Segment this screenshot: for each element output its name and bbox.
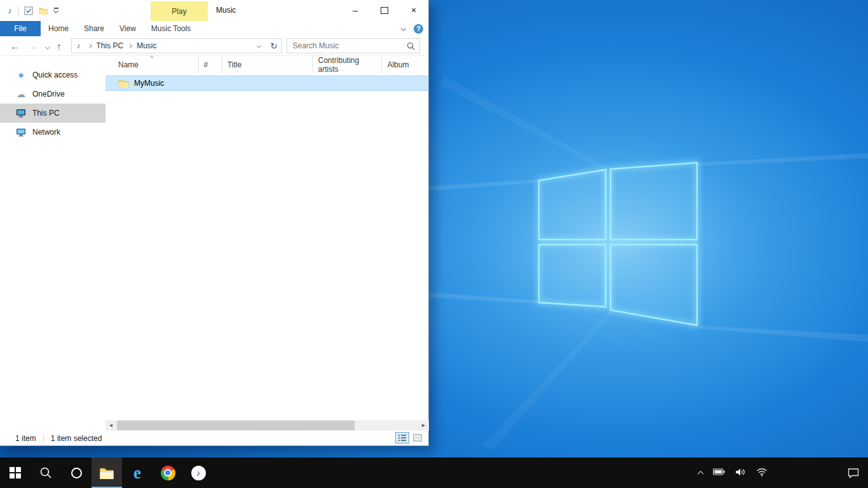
search-icon bbox=[407, 42, 415, 50]
desktop: ♪ Play Music – × File bbox=[0, 0, 868, 488]
computer-icon bbox=[15, 109, 27, 118]
column-headers: ^ Name # Title Contributing artists Albu… bbox=[105, 56, 428, 74]
close-button[interactable]: × bbox=[399, 0, 428, 20]
search-icon bbox=[39, 466, 52, 479]
battery-icon[interactable] bbox=[713, 468, 725, 477]
column-header-contributing-artists[interactable]: Contributing artists bbox=[313, 56, 382, 74]
column-header-number[interactable]: # bbox=[199, 56, 222, 74]
cortana-button[interactable] bbox=[61, 458, 92, 488]
breadcrumb-chevron-icon[interactable] bbox=[87, 43, 92, 48]
cortana-icon bbox=[71, 468, 82, 478]
file-explorer-icon bbox=[99, 466, 114, 479]
scrollbar-track[interactable] bbox=[116, 420, 418, 431]
scroll-right-arrow[interactable]: ► bbox=[418, 420, 429, 431]
sidebar-item-this-pc[interactable]: This PC bbox=[0, 104, 105, 123]
cloud-icon: ☁ bbox=[15, 89, 27, 99]
column-label: # bbox=[204, 60, 208, 69]
windows-logo-icon bbox=[10, 467, 21, 478]
action-center-button[interactable] bbox=[839, 458, 868, 488]
up-button[interactable]: ↑ bbox=[57, 41, 62, 51]
horizontal-scrollbar[interactable]: ◄ ► bbox=[105, 420, 429, 431]
sidebar-item-label: OneDrive bbox=[32, 90, 65, 98]
maximize-icon bbox=[381, 7, 388, 14]
sidebar-item-label: This PC bbox=[32, 109, 60, 118]
tab-share[interactable]: Share bbox=[76, 21, 112, 36]
minimize-button[interactable]: – bbox=[341, 0, 370, 20]
search-input[interactable] bbox=[292, 41, 407, 51]
large-icons-view-button[interactable] bbox=[410, 432, 424, 444]
taskbar-search-button[interactable] bbox=[31, 458, 61, 488]
large-icons-view-icon bbox=[413, 434, 422, 442]
taskbar: e ♪ bbox=[0, 458, 868, 488]
start-button[interactable] bbox=[0, 458, 31, 488]
search-box bbox=[287, 38, 420, 53]
customize-quick-access-chevron-icon[interactable] bbox=[54, 8, 58, 13]
sidebar-item-quick-access[interactable]: ★ Quick access bbox=[0, 65, 105, 85]
column-header-name[interactable]: ^ Name bbox=[105, 56, 199, 74]
breadcrumb-music[interactable]: Music bbox=[135, 41, 158, 50]
tab-music-tools[interactable]: Music Tools bbox=[144, 21, 198, 36]
column-header-album[interactable]: Album bbox=[382, 56, 428, 74]
clock-area bbox=[768, 458, 839, 488]
chrome-icon bbox=[161, 466, 175, 480]
volume-icon[interactable] bbox=[735, 468, 746, 478]
column-label: Contributing artists bbox=[318, 56, 376, 74]
recent-locations-chevron-icon[interactable] bbox=[46, 41, 50, 51]
address-bar[interactable]: ♪ This PC Music ↻ bbox=[71, 38, 282, 53]
status-bar: 1 item 1 item selected bbox=[0, 431, 428, 445]
breadcrumb-chevron-icon[interactable] bbox=[128, 43, 132, 48]
help-button[interactable]: ? bbox=[414, 24, 423, 34]
refresh-button[interactable]: ↻ bbox=[271, 41, 278, 51]
window-controls: – × bbox=[341, 0, 428, 20]
ribbon-expand-chevron-icon[interactable] bbox=[402, 24, 405, 33]
back-button[interactable]: ← bbox=[10, 41, 20, 51]
navigation-pane: ★ Quick access ☁ OneDrive This PC bbox=[0, 56, 105, 420]
scrollbar-thumb[interactable] bbox=[117, 421, 355, 430]
forward-button[interactable]: → bbox=[28, 41, 37, 51]
column-header-title[interactable]: Title bbox=[222, 56, 313, 74]
action-center-icon bbox=[848, 468, 859, 478]
details-view-button[interactable] bbox=[395, 432, 409, 444]
sidebar-item-onedrive[interactable]: ☁ OneDrive bbox=[0, 85, 105, 104]
music-note-icon: ♪ bbox=[8, 6, 12, 15]
tab-file[interactable]: File bbox=[0, 21, 41, 36]
system-tray bbox=[698, 458, 768, 488]
properties-icon[interactable] bbox=[24, 6, 33, 15]
qat-separator bbox=[18, 6, 18, 15]
address-music-icon: ♪ bbox=[77, 41, 81, 50]
address-dropdown-chevron-icon[interactable] bbox=[254, 41, 264, 50]
window-title: Music bbox=[216, 6, 236, 15]
music-tools-play-label[interactable]: Play bbox=[151, 1, 208, 21]
hidden-icons-chevron-icon[interactable] bbox=[698, 468, 703, 477]
sort-ascending-icon: ^ bbox=[150, 56, 153, 62]
file-name: MyMusic bbox=[134, 79, 164, 88]
sidebar-item-network[interactable]: Network bbox=[0, 123, 105, 142]
tab-view[interactable]: View bbox=[112, 21, 144, 36]
wifi-icon[interactable] bbox=[756, 468, 768, 478]
folder-icon bbox=[118, 79, 129, 88]
titlebar: ♪ Play Music – × bbox=[0, 0, 428, 21]
sidebar-item-label: Quick access bbox=[32, 71, 78, 79]
navigation-toolbar: ← → ↑ ♪ This PC Music ↻ bbox=[0, 36, 428, 56]
column-label: Name bbox=[118, 60, 139, 69]
status-separator bbox=[43, 434, 44, 443]
scroll-left-arrow[interactable]: ◄ bbox=[105, 420, 116, 431]
new-folder-icon[interactable] bbox=[39, 7, 48, 15]
item-count: 1 item bbox=[15, 434, 36, 443]
sidebar-item-label: Network bbox=[32, 128, 60, 137]
details-view-icon bbox=[398, 434, 407, 442]
maximize-button[interactable] bbox=[370, 0, 399, 20]
ribbon-tabs: File Home Share View Music Tools ? bbox=[0, 21, 428, 36]
taskbar-file-explorer-button[interactable] bbox=[92, 458, 122, 488]
star-icon: ★ bbox=[15, 71, 27, 80]
breadcrumb-this-pc[interactable]: This PC bbox=[95, 41, 125, 50]
file-row-mymusic[interactable]: MyMusic bbox=[105, 76, 428, 91]
internet-explorer-icon: e bbox=[133, 464, 141, 482]
column-label: Title bbox=[227, 60, 241, 69]
taskbar-chrome-button[interactable] bbox=[153, 458, 183, 488]
column-label: Album bbox=[387, 60, 409, 69]
taskbar-internet-explorer-button[interactable]: e bbox=[122, 458, 153, 488]
taskbar-itunes-button[interactable]: ♪ bbox=[183, 458, 214, 488]
quick-access-toolbar: ♪ bbox=[0, 6, 58, 15]
tab-home[interactable]: Home bbox=[41, 21, 76, 36]
